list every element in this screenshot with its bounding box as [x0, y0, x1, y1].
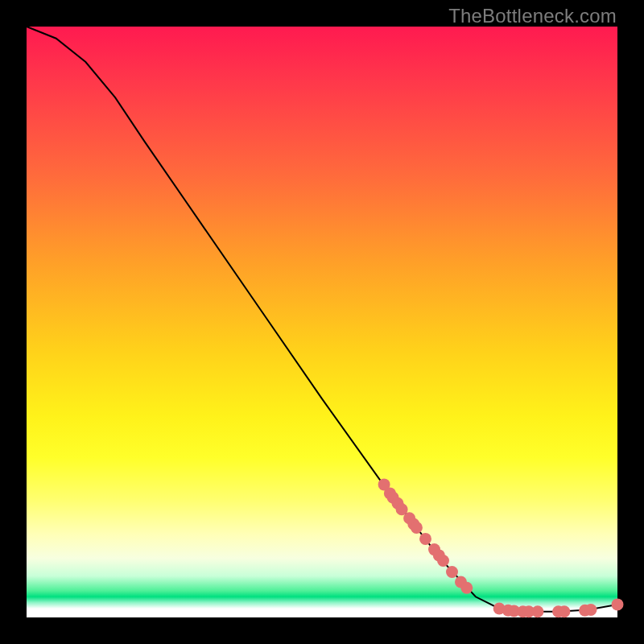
highlight-marker [531, 605, 543, 617]
highlight-marker [558, 605, 570, 617]
watermark-label: TheBottleneck.com [448, 5, 617, 27]
highlight-marker [411, 522, 423, 534]
highlight-marker [446, 566, 458, 578]
highlight-marker [612, 598, 624, 610]
bottleneck-curve [27, 27, 617, 612]
highlight-marker [460, 582, 473, 594]
highlight-marker [419, 533, 431, 545]
chart-frame: TheBottleneck.com [0, 0, 644, 644]
chart-svg [27, 27, 617, 617]
highlight-marker [585, 604, 597, 616]
plot-area [27, 27, 617, 617]
highlight-marker [437, 555, 449, 567]
marker-group [378, 478, 624, 617]
